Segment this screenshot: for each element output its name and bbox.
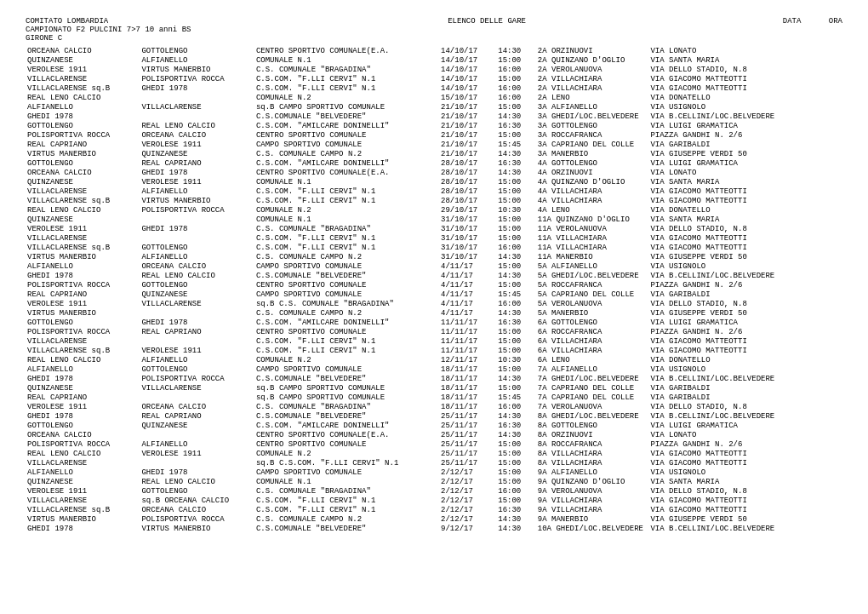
via: VIA LONATO [648, 168, 842, 177]
ora: 16:30 [496, 121, 536, 130]
giornata: 9A MANERBIO [536, 514, 649, 524]
home-team: REAL LENO CALCIO [26, 449, 140, 458]
campionato-label: CAMPIONATO F2 PULCINI 7>7 10 anni BS [26, 26, 191, 34]
ora: 15:00 [496, 233, 536, 243]
home-team: VILLACLARENSE [26, 336, 140, 346]
data: 21/10/17 [439, 121, 496, 130]
home-team: ORCEANA CALCIO [26, 430, 140, 439]
via: VIA GIUSEPPE VERDI 50 [648, 514, 842, 524]
campo: C.S.COM. "F.LLI CERVI" N.1 [254, 186, 439, 196]
giornata: 6A GOTTOLENGO [536, 318, 649, 327]
giornata: 4A LENO [536, 205, 649, 215]
home-team: VILLACLARENSE [26, 74, 140, 83]
table-row: VILLACLARENSEsq.B C.S.COM. "F.LLI CERVI"… [26, 458, 842, 468]
campo: C.S.COM. "F.LLI CERVI" N.1 [254, 346, 439, 355]
away-team [140, 215, 254, 224]
table-row: VILLACLARENSEPOLISPORTIVA ROCCAC.S.COM. … [26, 74, 842, 83]
ora: 14:30 [496, 374, 536, 383]
home-team: ALFIANELLO [26, 468, 140, 477]
campo: sq.B CAMPO SPORTIVO COMUNALE [254, 383, 439, 393]
campo: C.S. COMUNALE "BRAGADINA" [254, 224, 439, 233]
via: VIA GARIBALDI [648, 383, 842, 393]
away-team: ALFIANELLO [140, 355, 254, 364]
data: 31/10/17 [439, 233, 496, 243]
ora: 15:00 [496, 458, 536, 468]
data: 25/11/17 [439, 411, 496, 421]
away-team [140, 458, 254, 468]
campo: C.S.COM. "AMILCARE DONINELLI" [254, 121, 439, 130]
home-team: POLISPORTIVA ROCCA [26, 280, 140, 290]
home-team: VIRTUS MANERBIO [26, 252, 140, 261]
via: VIA GIACOMO MATTEOTTI [648, 496, 842, 505]
giornata: 4A VILLACHIARA [536, 186, 649, 196]
table-row: VEROLESE 1911ORCEANA CALCIOC.S. COMUNALE… [26, 402, 842, 411]
ora: 14:30 [496, 308, 536, 318]
campo: sq.B C.S.COM. "F.LLI CERVI" N.1 [254, 458, 439, 468]
data: 18/11/17 [439, 393, 496, 402]
campo: CENTRO SPORTIVO COMUNALE(E.A. [254, 430, 439, 439]
via: VIA B.CELLINI/LOC.BELVEDERE [648, 374, 842, 383]
ora: 15:00 [496, 346, 536, 355]
table-row: VILLACLARENSEALFIANELLOC.S.COM. "F.LLI C… [26, 186, 842, 196]
giornata: 3A GHEDI/LOC.BELVEDERE [536, 112, 649, 121]
home-team: ORCEANA CALCIO [26, 46, 140, 55]
home-team: VILLACLARENSE sq.B [26, 196, 140, 205]
via: VIA SANTA MARIA [648, 55, 842, 65]
giornata: 7A ALFIANELLO [536, 364, 649, 374]
away-team: GOTTOLENGO [140, 486, 254, 496]
campo: CENTRO SPORTIVO COMUNALE(E.A. [254, 168, 439, 177]
home-team: GHEDI 1978 [26, 524, 140, 533]
campo: C.S.COMUNALE "BELVEDERE" [254, 112, 439, 121]
data: 31/10/17 [439, 243, 496, 252]
ora: 16:00 [496, 93, 536, 102]
giornata: 5A ROCCAFRANCA [536, 280, 649, 290]
away-team: REAL LENO CALCIO [140, 477, 254, 486]
via: VIA LUIGI GRAMATICA [648, 318, 842, 327]
data: 4/11/17 [439, 299, 496, 308]
via: VIA GIACOMO MATTEOTTI [648, 243, 842, 252]
ora: 10:30 [496, 355, 536, 364]
ora: 15:00 [496, 280, 536, 290]
ora: 15:00 [496, 449, 536, 458]
data: 18/11/17 [439, 364, 496, 374]
via: VIA GIACOMO MATTEOTTI [648, 186, 842, 196]
table-row: VEROLESE 1911VILLACLARENSEsq.B C.S. COMU… [26, 299, 842, 308]
away-team: ORCEANA CALCIO [140, 261, 254, 271]
away-team: GHEDI 1978 [140, 83, 254, 93]
campo: CAMPO SPORTIVO COMUNALE [254, 364, 439, 374]
campo: C.S.COM. "F.LLI CERVI" N.1 [254, 196, 439, 205]
data: 2/12/17 [439, 468, 496, 477]
table-row: GHEDI 1978REAL LENO CALCIOC.S.COMUNALE "… [26, 271, 842, 280]
data: 4/11/17 [439, 261, 496, 271]
away-team: QUINZANESE [140, 421, 254, 430]
campo: CENTRO SPORTIVO COMUNALE [254, 280, 439, 290]
home-team: VILLACLARENSE sq.B [26, 243, 140, 252]
campo: sq.B C.S. COMUNALE "BRAGADINA" [254, 299, 439, 308]
campo: COMUNALE N.1 [254, 55, 439, 65]
data: 11/11/17 [439, 336, 496, 346]
campo: C.S.COM. "F.LLI CERVI" N.1 [254, 336, 439, 346]
via: VIA GIACOMO MATTEOTTI [648, 74, 842, 83]
ora: 15:00 [496, 364, 536, 374]
table-row: POLISPORTIVA ROCCAREAL CAPRIANOCENTRO SP… [26, 327, 842, 336]
campo: C.S.COM. "AMILCARE DONINELLI" [254, 158, 439, 168]
via: VIA DELLO STADIO, N.8 [648, 224, 842, 233]
campo: CENTRO SPORTIVO COMUNALE [254, 439, 439, 449]
table-row: VILLACLARENSE sq.BORCEANA CALCIOC.S.COM.… [26, 505, 842, 514]
ora: 16:00 [496, 402, 536, 411]
data: 14/10/17 [439, 74, 496, 83]
table-row: ALFIANELLOORCEANA CALCIOCAMPO SPORTIVO C… [26, 261, 842, 271]
campo: C.S. COMUNALE CAMPO N.2 [254, 252, 439, 261]
via: VIA GIACOMO MATTEOTTI [648, 83, 842, 93]
data: 29/10/17 [439, 205, 496, 215]
via: VIA USIGNOLO [648, 102, 842, 112]
away-team [140, 336, 254, 346]
giornata: 9A QUINZANO D'OGLIO [536, 477, 649, 486]
giornata: 4A ORZINUOVI [536, 168, 649, 177]
away-team: VILLACLARENSE [140, 383, 254, 393]
table-row: ORCEANA CALCIOCENTRO SPORTIVO COMUNALE(E… [26, 430, 842, 439]
data: 9/12/17 [439, 524, 496, 533]
ora: 15:00 [496, 177, 536, 186]
home-team: VILLACLARENSE [26, 458, 140, 468]
home-team: GHEDI 1978 [26, 411, 140, 421]
